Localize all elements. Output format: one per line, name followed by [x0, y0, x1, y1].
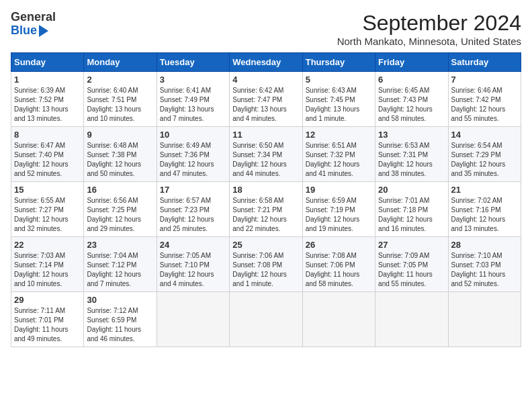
cell-daylight: Daylight: 12 hours and 52 minutes.: [14, 160, 81, 179]
day-number: 18: [232, 185, 299, 195]
cell-sunset: Sunset: 7:36 PM: [160, 150, 226, 160]
cell-sunrise: Sunrise: 6:53 AM: [378, 141, 445, 150]
cell-sunrise: Sunrise: 7:03 AM: [14, 251, 81, 261]
calendar-week-row: 22 Sunrise: 7:03 AM Sunset: 7:14 PM Dayl…: [11, 237, 521, 292]
table-row: 10 Sunrise: 6:49 AM Sunset: 7:36 PM Dayl…: [157, 127, 229, 182]
table-row: 12 Sunrise: 6:51 AM Sunset: 7:32 PM Dayl…: [302, 127, 375, 182]
col-saturday: Saturday: [448, 53, 521, 72]
day-number: 22: [14, 240, 81, 250]
day-number: 13: [378, 130, 445, 140]
day-number: 1: [14, 75, 81, 85]
cell-daylight: Daylight: 13 hours and 7 minutes.: [160, 105, 226, 124]
table-row: [157, 292, 229, 347]
table-row: 3 Sunrise: 6:41 AM Sunset: 7:49 PM Dayli…: [157, 72, 229, 127]
col-monday: Monday: [84, 53, 157, 72]
cell-daylight: Daylight: 12 hours and 7 minutes.: [87, 270, 153, 289]
logo: General Blue: [11, 11, 56, 38]
table-row: 27 Sunrise: 7:09 AM Sunset: 7:05 PM Dayl…: [375, 237, 448, 292]
cell-sunset: Sunset: 7:16 PM: [451, 205, 518, 215]
day-number: 24: [160, 240, 226, 250]
table-row: 26 Sunrise: 7:08 AM Sunset: 7:06 PM Dayl…: [302, 237, 375, 292]
calendar-week-row: 15 Sunrise: 6:55 AM Sunset: 7:27 PM Dayl…: [11, 182, 521, 237]
col-wednesday: Wednesday: [230, 53, 302, 72]
day-number: 23: [87, 240, 153, 250]
cell-sunset: Sunset: 7:51 PM: [87, 95, 153, 105]
table-row: 22 Sunrise: 7:03 AM Sunset: 7:14 PM Dayl…: [11, 237, 84, 292]
logo-general-text: General: [11, 11, 56, 24]
table-row: 19 Sunrise: 6:59 AM Sunset: 7:19 PM Dayl…: [302, 182, 375, 237]
col-friday: Friday: [375, 53, 448, 72]
table-row: 6 Sunrise: 6:45 AM Sunset: 7:43 PM Dayli…: [375, 72, 448, 127]
day-number: 29: [14, 295, 81, 305]
cell-sunset: Sunset: 7:38 PM: [87, 150, 153, 160]
cell-sunset: Sunset: 7:10 PM: [160, 261, 226, 270]
cell-daylight: Daylight: 12 hours and 25 minutes.: [160, 215, 226, 234]
page-header: General Blue September 2024 North Mankat…: [11, 11, 521, 47]
table-row: [230, 292, 302, 347]
cell-sunset: Sunset: 7:06 PM: [306, 261, 372, 270]
table-row: [302, 292, 375, 347]
cell-daylight: Daylight: 11 hours and 55 minutes.: [378, 270, 445, 289]
table-row: 13 Sunrise: 6:53 AM Sunset: 7:31 PM Dayl…: [375, 127, 448, 182]
cell-sunrise: Sunrise: 6:40 AM: [87, 86, 153, 95]
cell-sunrise: Sunrise: 6:57 AM: [160, 196, 226, 205]
cell-sunrise: Sunrise: 7:09 AM: [378, 251, 445, 261]
calendar-week-row: 1 Sunrise: 6:39 AM Sunset: 7:52 PM Dayli…: [11, 72, 521, 127]
cell-daylight: Daylight: 12 hours and 10 minutes.: [14, 270, 81, 289]
day-number: 28: [451, 240, 518, 250]
cell-sunset: Sunset: 7:01 PM: [14, 316, 81, 325]
cell-sunset: Sunset: 7:49 PM: [160, 95, 226, 105]
table-row: 5 Sunrise: 6:43 AM Sunset: 7:45 PM Dayli…: [302, 72, 375, 127]
cell-sunrise: Sunrise: 6:46 AM: [451, 86, 518, 95]
cell-daylight: Daylight: 12 hours and 47 minutes.: [160, 160, 226, 179]
table-row: 15 Sunrise: 6:55 AM Sunset: 7:27 PM Dayl…: [11, 182, 84, 237]
day-number: 19: [306, 185, 372, 195]
cell-sunset: Sunset: 7:31 PM: [378, 150, 445, 160]
cell-daylight: Daylight: 11 hours and 46 minutes.: [87, 325, 153, 344]
cell-sunrise: Sunrise: 7:04 AM: [87, 251, 153, 261]
cell-sunset: Sunset: 7:05 PM: [378, 261, 445, 270]
cell-daylight: Daylight: 12 hours and 58 minutes.: [378, 105, 445, 124]
cell-sunrise: Sunrise: 6:43 AM: [306, 86, 372, 95]
cell-sunrise: Sunrise: 7:06 AM: [232, 251, 299, 261]
cell-daylight: Daylight: 12 hours and 29 minutes.: [87, 215, 153, 234]
cell-daylight: Daylight: 13 hours and 13 minutes.: [14, 105, 81, 124]
table-row: [375, 292, 448, 347]
cell-daylight: Daylight: 12 hours and 32 minutes.: [14, 215, 81, 234]
cell-sunset: Sunset: 7:21 PM: [232, 205, 299, 215]
calendar-week-row: 8 Sunrise: 6:47 AM Sunset: 7:40 PM Dayli…: [11, 127, 521, 182]
cell-sunset: Sunset: 7:34 PM: [232, 150, 299, 160]
table-row: 1 Sunrise: 6:39 AM Sunset: 7:52 PM Dayli…: [11, 72, 84, 127]
table-row: 7 Sunrise: 6:46 AM Sunset: 7:42 PM Dayli…: [448, 72, 521, 127]
table-row: [448, 292, 521, 347]
cell-daylight: Daylight: 12 hours and 35 minutes.: [451, 160, 518, 179]
cell-sunrise: Sunrise: 6:47 AM: [14, 141, 81, 150]
cell-daylight: Daylight: 13 hours and 10 minutes.: [87, 105, 153, 124]
day-number: 6: [378, 75, 445, 85]
cell-sunset: Sunset: 7:23 PM: [160, 205, 226, 215]
cell-sunset: Sunset: 7:27 PM: [14, 205, 81, 215]
day-number: 7: [451, 75, 518, 85]
cell-daylight: Daylight: 12 hours and 55 minutes.: [451, 105, 518, 124]
cell-sunset: Sunset: 6:59 PM: [87, 316, 153, 325]
table-row: 20 Sunrise: 7:01 AM Sunset: 7:18 PM Dayl…: [375, 182, 448, 237]
day-number: 9: [87, 130, 153, 140]
logo-arrow-icon: [39, 25, 48, 37]
cell-sunrise: Sunrise: 7:01 AM: [378, 196, 445, 205]
table-row: 14 Sunrise: 6:54 AM Sunset: 7:29 PM Dayl…: [448, 127, 521, 182]
cell-sunrise: Sunrise: 6:58 AM: [232, 196, 299, 205]
calendar-week-row: 29 Sunrise: 7:11 AM Sunset: 7:01 PM Dayl…: [11, 292, 521, 347]
cell-sunrise: Sunrise: 6:51 AM: [306, 141, 372, 150]
cell-sunrise: Sunrise: 6:56 AM: [87, 196, 153, 205]
cell-sunrise: Sunrise: 6:54 AM: [451, 141, 518, 150]
table-row: 11 Sunrise: 6:50 AM Sunset: 7:34 PM Dayl…: [230, 127, 302, 182]
table-row: 9 Sunrise: 6:48 AM Sunset: 7:38 PM Dayli…: [84, 127, 157, 182]
table-row: 16 Sunrise: 6:56 AM Sunset: 7:25 PM Dayl…: [84, 182, 157, 237]
cell-sunset: Sunset: 7:32 PM: [306, 150, 372, 160]
table-row: 24 Sunrise: 7:05 AM Sunset: 7:10 PM Dayl…: [157, 237, 229, 292]
day-number: 26: [306, 240, 372, 250]
cell-daylight: Daylight: 12 hours and 50 minutes.: [87, 160, 153, 179]
cell-daylight: Daylight: 11 hours and 52 minutes.: [451, 270, 518, 289]
cell-sunrise: Sunrise: 7:12 AM: [87, 306, 153, 316]
cell-sunrise: Sunrise: 6:49 AM: [160, 141, 226, 150]
